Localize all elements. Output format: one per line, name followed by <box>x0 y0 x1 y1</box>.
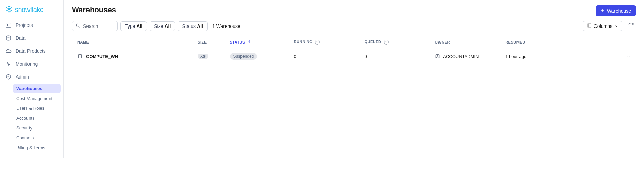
svg-point-9 <box>8 76 9 77</box>
svg-rect-18 <box>78 55 81 58</box>
sidebar-item-monitoring[interactable]: Monitoring <box>3 58 61 70</box>
subnav-item-accounts[interactable]: Accounts <box>13 114 61 123</box>
warehouse-count: 1 Warehouse <box>212 23 240 29</box>
svg-point-8 <box>6 36 11 37</box>
size-badge: XS <box>198 54 208 59</box>
status-badge: Suspended <box>230 53 257 60</box>
more-horizontal-icon <box>625 53 631 60</box>
warehouses-table: NAME SIZE STATUS RUNNING ? QU <box>72 36 636 65</box>
th-name[interactable]: NAME <box>72 36 194 48</box>
sidebar-item-data-products[interactable]: Data Products <box>3 45 61 57</box>
sidebar-item-label: Monitoring <box>16 61 38 67</box>
running-value: 0 <box>294 54 296 59</box>
sort-arrow-up-icon <box>248 40 251 44</box>
svg-rect-14 <box>588 24 589 27</box>
search-box[interactable] <box>72 21 118 31</box>
svg-rect-16 <box>590 24 591 27</box>
filter-type[interactable]: Type All <box>120 21 147 31</box>
help-icon[interactable]: ? <box>384 40 389 45</box>
cloud-icon <box>5 48 12 54</box>
th-owner[interactable]: OWNER <box>431 36 501 48</box>
th-resumed[interactable]: RESUMED <box>501 36 617 48</box>
svg-point-24 <box>629 55 630 56</box>
sidebar-item-data[interactable]: Data <box>3 32 61 44</box>
resumed-value: 1 hour ago <box>505 54 526 59</box>
database-icon <box>5 35 12 41</box>
brand-text: snowflake <box>15 6 43 14</box>
sidebar-item-label: Data Products <box>16 48 46 54</box>
terminal-icon <box>5 22 12 28</box>
subnav-item-warehouses[interactable]: Warehouses <box>13 84 61 93</box>
toolbar: Type All Size All Status All 1 Warehouse <box>72 21 636 31</box>
columns-icon <box>587 23 592 29</box>
sidebar-item-label: Projects <box>16 22 33 28</box>
warehouse-name: COMPUTE_WH <box>86 54 118 59</box>
svg-point-12 <box>76 24 79 27</box>
svg-rect-15 <box>589 24 590 27</box>
main-content: Warehouses Warehouse <box>64 0 644 158</box>
filter-status[interactable]: Status All <box>178 21 208 31</box>
page-title: Warehouses <box>72 5 116 14</box>
th-queued[interactable]: QUEUED ? <box>360 36 431 48</box>
new-warehouse-button[interactable]: Warehouse <box>596 5 636 16</box>
sidebar-item-label: Admin <box>16 74 29 80</box>
th-size[interactable]: SIZE <box>194 36 226 48</box>
plus-icon <box>600 8 605 14</box>
search-input[interactable] <box>83 23 114 29</box>
sidebar-item-projects[interactable]: Projects <box>3 19 61 31</box>
svg-line-13 <box>79 27 80 28</box>
th-status[interactable]: STATUS <box>226 36 290 48</box>
row-more-button[interactable] <box>624 52 632 60</box>
svg-point-22 <box>626 55 626 56</box>
subnav-item-users-roles[interactable]: Users & Roles <box>13 104 61 113</box>
role-icon <box>435 54 440 59</box>
svg-point-21 <box>437 55 438 56</box>
chevron-down-icon <box>614 23 618 29</box>
search-icon <box>76 23 80 29</box>
shield-icon <box>5 74 12 80</box>
owner-value: ACCOUNTADMIN <box>443 54 479 59</box>
refresh-button[interactable] <box>626 21 636 31</box>
help-icon[interactable]: ? <box>315 40 320 45</box>
filter-size[interactable]: Size All <box>150 21 175 31</box>
subnav-item-contacts[interactable]: Contacts <box>13 133 61 142</box>
activity-icon <box>5 61 12 67</box>
th-running[interactable]: RUNNING ? <box>290 36 360 48</box>
refresh-icon <box>628 22 634 30</box>
snowflake-icon <box>5 5 13 14</box>
sidebar-item-admin[interactable]: Admin <box>3 71 61 83</box>
warehouse-icon <box>77 54 83 59</box>
subnav-item-billing[interactable]: Billing & Terms <box>13 143 61 152</box>
columns-button[interactable]: Columns <box>583 21 622 31</box>
subnav-item-security[interactable]: Security <box>13 123 61 133</box>
sidebar: snowflake Projects Data Data Products <box>0 0 64 158</box>
table-row[interactable]: COMPUTE_WH XS Suspended 0 0 <box>72 48 636 65</box>
subnav-item-cost[interactable]: Cost Management <box>13 94 61 103</box>
sidebar-item-label: Data <box>16 35 26 41</box>
svg-point-23 <box>627 55 628 56</box>
queued-value: 0 <box>364 54 367 59</box>
brand-logo[interactable]: snowflake <box>3 5 61 19</box>
admin-subnav: Warehouses Cost Management Users & Roles… <box>3 84 61 152</box>
toolbar-left: Type All Size All Status All 1 Warehouse <box>72 21 240 31</box>
toolbar-right: Columns <box>583 21 636 31</box>
